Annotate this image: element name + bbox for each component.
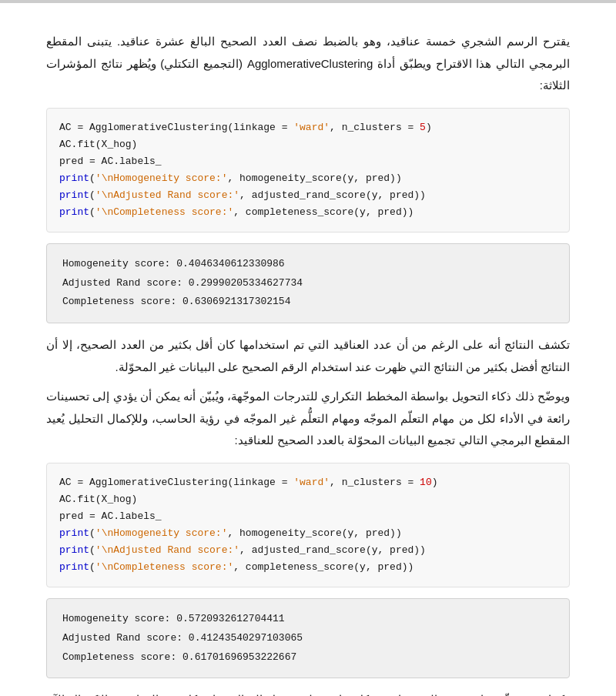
analysis-paragraph: تكشف النتائج أنه على الرغم من أن عدد الع…	[46, 334, 570, 378]
code-line-3: pred = AC.labels_	[59, 153, 557, 170]
code-line-1: AC = AgglomerativeClustering(linkage = '…	[59, 119, 557, 136]
output-homogeneity-1: Homogeneity score: 0.4046340612330986	[62, 255, 554, 274]
top-border	[0, 0, 616, 3]
code-line-4: print('\nHomogeneity score:', homogeneit…	[59, 170, 557, 187]
code-line-5: print('\nAdjusted Rand score:', adjusted…	[59, 187, 557, 204]
code-block-2: AC = AgglomerativeClustering(linkage = '…	[46, 463, 570, 588]
output-homogeneity-2: Homogeneity score: 0.5720932612704411	[62, 610, 554, 629]
output-completeness-1: Completeness score: 0.6306921317302154	[62, 293, 554, 312]
code-line-2: AC.fit(X_hog)	[59, 136, 557, 153]
output-block-2: Homogeneity score: 0.5720932612704411 Ad…	[46, 598, 570, 678]
output-block-1: Homogeneity score: 0.4046340612330986 Ad…	[46, 243, 570, 323]
code2-line-3: pred = AC.labels_	[59, 508, 557, 525]
code2-line-1: AC = AgglomerativeClustering(linkage = '…	[59, 474, 557, 491]
code2-line-5: print('\nAdjusted Rand score:', adjusted…	[59, 542, 557, 559]
conclusion-paragraph: وكما هو متوقّع، زادت قيم المؤشرات بشكل ع…	[46, 689, 570, 696]
explanation-paragraph: ويوضّح ذلك ذكاء التحويل بواسطة المخطط ال…	[46, 386, 570, 452]
code2-line-6: print('\nCompleteness score:', completen…	[59, 559, 557, 576]
code2-line-4: print('\nHomogeneity score:', homogeneit…	[59, 525, 557, 542]
intro-paragraph: يقترح الرسم الشجري خمسة عناقيد، وهو بالض…	[46, 31, 570, 97]
code2-line-2: AC.fit(X_hog)	[59, 491, 557, 508]
output-rand-1: Adjusted Rand score: 0.29990205334627734	[62, 274, 554, 293]
code-block-1: AC = AgglomerativeClustering(linkage = '…	[46, 108, 570, 233]
code-line-6: print('\nCompleteness score:', completen…	[59, 204, 557, 221]
output-rand-2: Adjusted Rand score: 0.41243540297103065	[62, 629, 554, 648]
output-completeness-2: Completeness score: 0.61701696953222667	[62, 648, 554, 668]
